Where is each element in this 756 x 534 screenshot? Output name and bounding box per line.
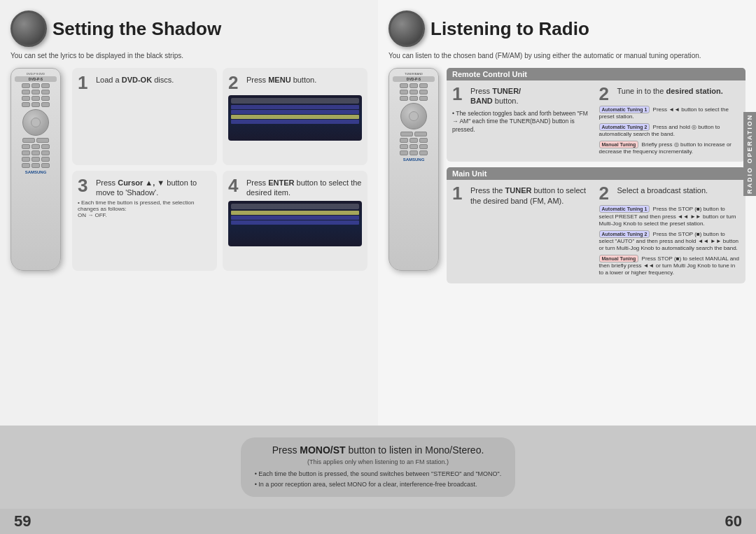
right-remote: TUNER/BAND DVD-P·S xyxy=(388,68,439,271)
rd-btn-7 xyxy=(22,96,30,101)
step2-screen xyxy=(228,95,362,141)
samsung-logo-r: SAMSUNG xyxy=(393,157,435,162)
rd-btn-21 xyxy=(22,157,30,162)
mu-step1-area: 1 Press the TUNER button to select the d… xyxy=(452,184,594,279)
rcu-step2: 2 Tune in to the desired station. xyxy=(599,85,741,103)
radio-steps: Remote Control Unit 1 Press TUNER/BAND b… xyxy=(447,68,746,289)
rcu-step2-area: 2 Tune in to the desired station. Automa… xyxy=(599,85,741,157)
rd-btn-row-9 xyxy=(15,163,57,168)
rd-btn-row-7 xyxy=(15,150,57,155)
main-auto2: Automatic Tuning 2 Press the STOP (■) bu… xyxy=(599,230,741,253)
rd-r-btn-19 xyxy=(410,150,418,155)
rd-btn-16 xyxy=(31,144,40,149)
rd-btn-row-8 xyxy=(15,157,57,162)
rd-btn-15 xyxy=(22,144,30,149)
main-auto1-label: Automatic Tuning 1 xyxy=(599,205,650,213)
rd-center-button xyxy=(31,118,41,127)
mono-st-bold: MONO/ST xyxy=(300,444,345,456)
main-unit-content: 1 Press the TUNER button to select the d… xyxy=(447,180,746,283)
mono-st-subtitle: (This applies only when listening to an … xyxy=(307,458,449,465)
mono-st-prefix: Press xyxy=(272,444,300,456)
rd-r-center-btn xyxy=(409,111,419,121)
mu-step1: 1 Press the TUNER button to select the d… xyxy=(452,184,594,206)
rd-btn-25 xyxy=(31,163,40,168)
step1-number: 1 xyxy=(78,73,93,92)
rd-btn-26 xyxy=(41,163,50,168)
auto-tuning-2: Automatic Tuning 2 Press and hold ◎ butt… xyxy=(599,123,741,139)
left-steps-area: 1 Load a DVD-OK discs. 2 Press MENU butt… xyxy=(72,68,368,271)
rd-r-btn-10 xyxy=(400,132,413,136)
rd-btn-5 xyxy=(31,90,40,94)
rd-btn-6 xyxy=(41,90,50,94)
rd-btn-row-5 xyxy=(15,138,57,143)
step2-number: 2 xyxy=(228,73,244,92)
mu-step1-label: Press the TUNER button to select the des… xyxy=(470,185,594,206)
rd-r-btn-3 xyxy=(419,83,428,88)
rd-r-row4 xyxy=(393,132,435,136)
rd-btn-4 xyxy=(22,90,30,94)
rd-r-row5 xyxy=(393,138,435,143)
mono-st-bullets: Each time the button is pressed, the sou… xyxy=(255,470,502,490)
rcu-step2-num: 2 xyxy=(599,85,615,103)
left-step-1: 1 Load a DVD-OK discs. xyxy=(72,68,217,165)
mu-step2-label: Select a broadcast station. xyxy=(617,185,708,195)
rd-r-btn-17 xyxy=(419,144,428,149)
radio-content: TUNER/BAND DVD-P·S xyxy=(388,68,746,289)
mono-bullet-2: In a poor reception area, select MONO fo… xyxy=(255,480,502,489)
auto2-label: Automatic Tuning 2 xyxy=(599,123,650,131)
main-manual: Manual Tuning Press STOP (■) to select M… xyxy=(599,255,741,277)
step2-screen-mockup xyxy=(228,95,362,141)
rd-btn-8 xyxy=(31,96,40,101)
rd-r-nav-circle xyxy=(400,103,427,129)
rd-r-btn-11 xyxy=(414,132,427,136)
rd-r-btn-18 xyxy=(400,150,408,155)
menu-bar-2 xyxy=(231,204,359,209)
left-panel: Setting the Shadow You can set the lyric… xyxy=(0,0,378,426)
rd-r-btn-14 xyxy=(419,138,428,143)
remote-control-unit-header: Remote Control Unit xyxy=(447,68,746,80)
rd-btn-24 xyxy=(22,163,30,168)
section-title-left: Setting the Shadow xyxy=(52,18,221,40)
step3-number: 3 xyxy=(78,176,93,195)
step4-label: Press ENTER button to select the desired… xyxy=(246,178,362,198)
bottom-section: Press MONO/ST button to listen in Mono/S… xyxy=(0,426,756,534)
rd-dvd-logo-r: DVD-P·S xyxy=(393,76,435,82)
remote-unit-content: 1 Press TUNER/BAND button. The selection… xyxy=(447,80,746,162)
auto-tuning-1: Automatic Tuning 1 Press ◄◄ button to se… xyxy=(599,106,741,121)
tuning-methods: Automatic Tuning 1 Press ◄◄ button to se… xyxy=(599,106,741,155)
page-numbers: 59 60 xyxy=(0,509,756,534)
rd-btn-2 xyxy=(31,83,40,88)
section-subtitle-left: You can set the lyrics to be displayed i… xyxy=(10,51,368,61)
rd-btn-14 xyxy=(36,138,49,143)
bottom-content: Press MONO/ST button to listen in Mono/S… xyxy=(0,426,756,509)
rd-btn-17 xyxy=(41,144,50,149)
rd-r-btn-12 xyxy=(400,138,408,143)
section-header-right: Listening to Radio xyxy=(388,10,746,47)
main-manual-label: Manual Tuning xyxy=(599,255,639,262)
mu-step1-num: 1 xyxy=(452,184,468,202)
rd-r-row6 xyxy=(393,144,435,149)
rd-r-btn-8 xyxy=(410,96,418,101)
step1-inline: 1 Load a DVD-OK discs. xyxy=(78,73,211,92)
section-title-right: Listening to Radio xyxy=(430,18,589,40)
rd-nav-circle xyxy=(22,109,49,136)
main-tuning-methods: Automatic Tuning 1 Press the STOP (■) bu… xyxy=(599,205,741,277)
rcu-bullet: The selection toggles back and forth bet… xyxy=(452,110,594,135)
rd-r-row1 xyxy=(393,83,435,88)
mono-bullet-1: Each time the button is pressed, the sou… xyxy=(255,470,502,479)
rcu-step1-label: Press TUNER/BAND button. xyxy=(470,86,521,106)
rd-btn-13 xyxy=(22,138,35,143)
right-panel: Listening to Radio You can listen to the… xyxy=(378,0,756,426)
rcu-step1-area: 1 Press TUNER/BAND button. The selection… xyxy=(452,85,594,157)
rd-r-row3 xyxy=(393,96,435,101)
main-auto1: Automatic Tuning 1 Press the STOP (■) bu… xyxy=(599,205,741,227)
rd-r-btn-5 xyxy=(410,90,418,94)
rd-top-label-r: TUNER/BAND xyxy=(393,72,435,76)
rd-dvd-logo: DVD-P·S xyxy=(15,76,57,82)
step2-inline: 2 Press MENU button. xyxy=(228,73,362,92)
step3-label: Press Cursor ▲, ▼ button to move to 'Sha… xyxy=(96,178,211,198)
step3-inline: 3 Press Cursor ▲, ▼ button to move to 'S… xyxy=(78,176,211,198)
main-auto2-label: Automatic Tuning 2 xyxy=(599,230,650,238)
page-number-left: 59 xyxy=(14,512,31,531)
radio-remote-container: TUNER/BAND DVD-P·S xyxy=(388,68,441,289)
